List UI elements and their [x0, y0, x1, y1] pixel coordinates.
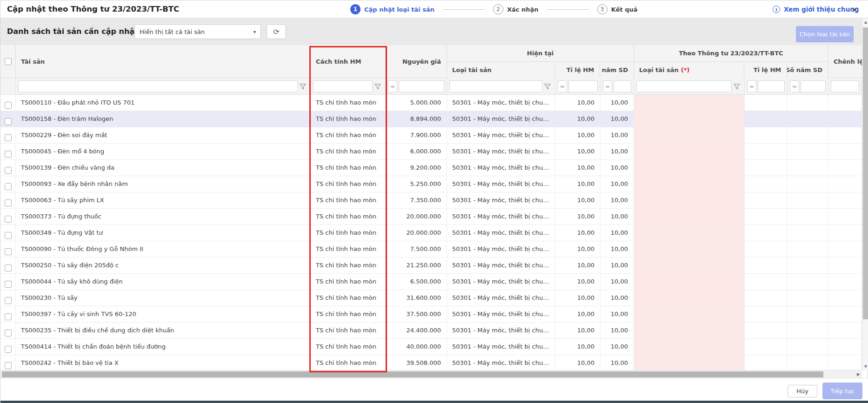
table-row[interactable]: TS000349 - Tủ đựng Vật tưTS chỉ tính hao… [0, 225, 862, 241]
cell-new-years [788, 225, 828, 241]
view-intro-link[interactable]: i Xem giới thiệu chung [773, 0, 859, 18]
row-checkbox[interactable] [5, 330, 12, 337]
filter-funnel-icon[interactable] [542, 80, 553, 92]
row-checkbox[interactable] [5, 102, 12, 109]
table-row[interactable]: TS000397 - Tủ cấy vi sinh TVS 60-120TS c… [0, 306, 862, 323]
cell-new-type[interactable] [634, 258, 745, 273]
table-row[interactable]: TS000139 - Đèn chiếu vàng daTS chỉ tính … [0, 160, 862, 176]
cell-new-type[interactable] [634, 241, 745, 257]
cell-current-type: 50301 - Máy móc, thiết bị chuyên dùng [447, 160, 555, 176]
row-checkbox[interactable] [5, 346, 12, 353]
current-years-filter-input[interactable] [614, 80, 631, 92]
equals-operator-button[interactable]: = [558, 80, 567, 92]
cell-new-type[interactable] [634, 160, 745, 176]
row-checkbox[interactable] [5, 232, 12, 239]
cell-new-type[interactable] [634, 290, 745, 306]
table-row[interactable]: TS000250 - Tủ sấy điện 205độ cTS chỉ tín… [0, 258, 862, 274]
cell-new-years [788, 290, 828, 306]
table-row[interactable]: TS000158 - Đèn trám HalogenTS chỉ tính h… [0, 111, 862, 127]
row-checkbox[interactable] [5, 151, 12, 158]
cell-new-type[interactable] [634, 111, 745, 127]
cancel-button[interactable]: Hủy [788, 385, 817, 397]
cell-new-type[interactable] [634, 306, 745, 322]
cell-current-type: 50301 - Máy móc, thiết bị chuyên dùng [447, 192, 555, 208]
cell-new-type[interactable] [634, 209, 745, 225]
original-cost-filter-cell: = [386, 78, 447, 95]
cell-new-type[interactable] [634, 323, 745, 338]
choose-asset-type-button[interactable]: Chọn loại tài sản [796, 26, 854, 42]
table-row[interactable]: TS000373 - Tủ đựng thuốcTS chỉ tính hao … [0, 209, 862, 225]
cell-new-years [788, 241, 828, 257]
cell-name: TS000373 - Tủ đựng thuốc [16, 209, 311, 225]
table-row[interactable]: TS000044 - Tủ sấy khô dùng điệnTS chỉ tí… [0, 274, 862, 290]
equals-operator-button[interactable]: = [603, 80, 612, 92]
row-checkbox[interactable] [5, 199, 12, 206]
select-all-checkbox[interactable] [5, 58, 12, 65]
table-row[interactable]: TS000242 - Thiết bị bảo vệ tia XTS chỉ t… [0, 355, 862, 370]
table-row[interactable]: TS000045 - Đèn mổ 4 bóngTS chỉ tính hao … [0, 144, 862, 160]
new-years-filter-input[interactable] [801, 80, 826, 92]
horizontal-scrollbar-thumb[interactable] [2, 371, 823, 377]
footer: Hủy Tiếp tục [0, 378, 868, 401]
row-checkbox[interactable] [5, 313, 12, 320]
new-rate-filter-input[interactable] [758, 80, 785, 92]
scroll-right-icon[interactable]: ▶ [857, 371, 860, 377]
calc-method-filter-input[interactable] [313, 80, 373, 92]
cell-diff [828, 274, 862, 290]
row-checkbox[interactable] [5, 216, 12, 223]
vertical-scrollbar[interactable]: ▲ ▼ [862, 19, 868, 370]
filter-funnel-icon[interactable] [732, 80, 742, 92]
cell-new-type[interactable] [634, 339, 745, 355]
scroll-down-icon[interactable]: ▼ [862, 364, 868, 369]
row-checkbox[interactable] [5, 248, 12, 255]
row-checkbox[interactable] [5, 167, 12, 174]
cell-new-type[interactable] [634, 95, 745, 111]
cell-new-type[interactable] [634, 355, 745, 370]
original-cost-filter-input[interactable] [399, 80, 444, 92]
equals-operator-button[interactable]: = [790, 80, 799, 92]
table-row[interactable]: TS000090 - Tủ thuốc Đông y Gỗ Nhóm IITS … [0, 241, 862, 258]
cell-new-type[interactable] [634, 127, 745, 143]
row-checkbox[interactable] [5, 118, 12, 125]
scroll-up-icon[interactable]: ▲ [862, 20, 868, 24]
table-row[interactable]: TS000229 - Đèn soi đáy mắtTS chỉ tính ha… [0, 127, 862, 144]
row-checkbox[interactable] [5, 134, 12, 141]
asset-filter-dropdown[interactable]: Hiển thị tất cả tài sản ▾ [134, 24, 261, 39]
row-checkbox[interactable] [5, 281, 12, 288]
cell-new-type[interactable] [634, 176, 745, 192]
continue-button[interactable]: Tiếp tục [822, 383, 862, 399]
new-asset-type-filter-input[interactable] [636, 80, 732, 92]
cell-new-type[interactable] [634, 144, 745, 159]
table-row[interactable]: TS000093 - Xe đẩy bệnh nhân nằmTS chỉ tí… [0, 176, 862, 192]
table-row[interactable]: TS000063 - Tủ sấy phim LXTS chỉ tính hao… [0, 192, 862, 209]
equals-operator-button[interactable]: = [388, 80, 397, 92]
table-row[interactable]: TS000110 - Đầu phát nhỏ ITO US 701TS chỉ… [0, 95, 862, 111]
cell-current-rate: 10,00 [555, 306, 601, 322]
filter-funnel-icon[interactable] [298, 80, 308, 92]
vertical-scrollbar-thumb[interactable] [863, 27, 868, 319]
difference-filter-input[interactable] [831, 80, 859, 92]
cell-new-type[interactable] [634, 225, 745, 241]
cell-new-type[interactable] [634, 274, 745, 290]
row-checkbox[interactable] [5, 362, 12, 369]
cell-name: TS000110 - Đầu phát nhỏ ITO US 701 [16, 95, 311, 111]
table-row[interactable]: TS000414 - Thiết bị chẩn đoán bệnh tiểu … [0, 339, 862, 355]
header-group-current: Hiện tại Loại tài sản Tỉ lệ HM Số năm SD [447, 45, 634, 78]
horizontal-scrollbar[interactable]: ▶ [0, 370, 862, 378]
table-row[interactable]: TS000235 - Thiết bị điều chế dung dịch d… [0, 323, 862, 339]
close-icon[interactable]: ✕ [849, 4, 860, 15]
table-row[interactable]: TS000230 - Tủ sấyTS chỉ tính hao mòn31.6… [0, 290, 862, 306]
row-checkbox[interactable] [5, 297, 12, 304]
filter-funnel-icon[interactable] [373, 80, 383, 92]
current-asset-type-filter-input[interactable] [449, 80, 542, 92]
cell-current-type: 50301 - Máy móc, thiết bị chuyên dùng [447, 95, 555, 111]
equals-operator-button[interactable]: = [747, 80, 756, 92]
row-checkbox[interactable] [5, 264, 12, 271]
refresh-button[interactable]: ⟳ [267, 24, 286, 39]
asset-filter-input[interactable] [18, 80, 298, 92]
cell-current-years: 10,00 [601, 225, 634, 241]
row-checkbox[interactable] [5, 183, 12, 190]
table-body: TS000110 - Đầu phát nhỏ ITO US 701TS chỉ… [0, 95, 862, 370]
current-rate-filter-input[interactable] [568, 80, 598, 92]
cell-new-type[interactable] [634, 192, 745, 208]
